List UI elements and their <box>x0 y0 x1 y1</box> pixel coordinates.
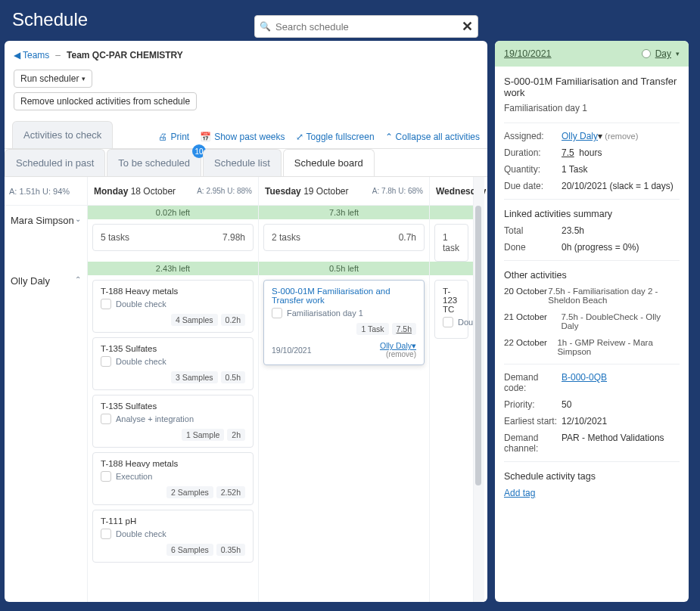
chip-samples: 4 Samples <box>171 314 218 326</box>
task-card[interactable]: T-135 SulfatesDouble check3 Samples0.5h <box>92 337 254 390</box>
day-date: 19 October <box>303 186 348 197</box>
checkbox[interactable] <box>443 317 453 327</box>
chip-tasks: 1 Task <box>356 323 388 335</box>
back-arrow-icon: ◀ <box>14 50 20 60</box>
detail-panel: 19/10/2021 Day▾ S-000-01M Familiarisatio… <box>495 41 689 602</box>
tab-scheduled-in-past[interactable]: Scheduled in past <box>5 149 105 176</box>
day-stats: A: 7.8h U: 68% <box>372 187 423 195</box>
tab-schedule-list[interactable]: Schedule list <box>203 149 282 176</box>
chevron-up-icon: ⌃ <box>75 275 81 284</box>
label-demand-code: Demand code: <box>504 372 562 393</box>
checkbox[interactable] <box>272 308 282 318</box>
label-due: Due date: <box>504 181 562 191</box>
checkbox[interactable] <box>101 299 111 309</box>
label-priority: Priority: <box>504 399 562 410</box>
caret-down-icon: ▾ <box>82 75 86 82</box>
remove-link[interactable]: (remove) <box>380 350 416 358</box>
detail-subtitle: Familiarisation day 1 <box>504 103 680 113</box>
main-panel: ◀ Teams – Team QC-PAR CHEMISTRY 🔍 ✕ Run … <box>5 41 487 602</box>
breadcrumb-team: Team QC-PAR CHEMISTRY <box>67 50 183 60</box>
breadcrumb-teams-link[interactable]: ◀ Teams <box>14 50 49 60</box>
chip-hours: 0.5h <box>221 371 245 383</box>
remove-assignee-link[interactable]: (remove) <box>605 132 638 141</box>
person-olly[interactable]: Olly Daly⌃ <box>5 266 87 296</box>
task-card[interactable]: T-188 Heavy metalsExecution2 Samples2.52… <box>92 452 254 505</box>
breadcrumb: ◀ Teams – Team QC-PAR CHEMISTRY <box>5 41 487 67</box>
task-title: T-188 Heavy metals <box>101 287 245 296</box>
chip-hours: 7.5h <box>392 323 416 335</box>
summary-card[interactable]: 1 task <box>434 224 468 262</box>
summary-card[interactable]: 2 tasks0.7h <box>263 224 425 251</box>
task-title: T-111 pH <box>101 516 245 526</box>
linked-activities-heading: Linked activities summary <box>504 209 680 219</box>
person-column-stats: A: 1.51h U: 94% <box>5 177 87 206</box>
checkbox[interactable] <box>101 414 111 424</box>
add-tag-link[interactable]: Add tag <box>504 488 535 498</box>
collapse-all-link[interactable]: ⌃Collapse all activities <box>385 132 480 142</box>
other-activity-row: 22 October1h - GMP Reivew - Mara Simpson <box>504 338 680 356</box>
task-title: T-123 TC <box>443 287 460 314</box>
hours-left-bar: 0.02h left <box>88 206 258 219</box>
chevron-up-icon: ⌃ <box>385 132 393 142</box>
task-card[interactable]: T-135 SulfatesAnalyse + integration1 Sam… <box>92 395 254 448</box>
chip-samples: 6 Samples <box>166 544 213 556</box>
remove-unlocked-button[interactable]: Remove unlocked activities from schedule <box>14 92 197 110</box>
assignee-link[interactable]: Olly Daly▾ <box>380 341 416 350</box>
label-duration: Duration: <box>504 147 562 158</box>
task-card[interactable]: T-111 pHDouble check6 Samples0.35h <box>92 510 254 563</box>
summary-card[interactable]: 5 tasks7.98h <box>92 224 254 251</box>
radio-icon <box>642 49 651 58</box>
label-demand-channel: Demand channel: <box>504 433 562 454</box>
task-card-selected[interactable]: S-000-01M Familiarisation and Transfer w… <box>263 280 425 365</box>
chip-hours: 2.52h <box>216 486 245 498</box>
tabs: Activities to check <box>12 121 113 148</box>
task-card[interactable]: T-188 Heavy metalsDouble check4 Samples0… <box>92 280 254 333</box>
breadcrumb-sep: – <box>55 50 61 60</box>
hours-left-bar: 0.5h left <box>259 262 429 275</box>
detail-title: S-000-01M Familiarisation and Transfer w… <box>504 76 680 98</box>
checkbox[interactable] <box>101 529 111 539</box>
chip-hours: 0.35h <box>216 544 245 556</box>
label-quantity: Quantity: <box>504 164 562 175</box>
task-card[interactable]: T-123 TC Dou <box>434 280 468 339</box>
calendar-icon: 📅 <box>200 132 211 142</box>
task-title: T-188 Heavy metals <box>101 459 245 468</box>
label-done: Done <box>504 242 562 253</box>
scroll-thumb[interactable] <box>475 206 481 485</box>
assigned-link[interactable]: Olly Daly <box>562 131 598 141</box>
checkbox[interactable] <box>101 356 111 367</box>
chip-samples: 3 Samples <box>171 371 218 383</box>
run-scheduler-button[interactable]: Run scheduler▾ <box>14 70 92 88</box>
tab-to-be-scheduled[interactable]: To be scheduled 10 <box>107 149 201 176</box>
chevron-down-icon: ⌄ <box>75 215 81 223</box>
task-title[interactable]: S-000-01M Familiarisation and Transfer w… <box>272 287 416 305</box>
hours-left-bar <box>430 262 473 275</box>
hours-left-bar <box>430 206 473 219</box>
label-earliest-start: Earliest start: <box>504 416 562 426</box>
checkbox[interactable] <box>101 471 111 482</box>
print-link[interactable]: 🖨Print <box>158 132 189 142</box>
task-title: T-135 Sulfates <box>101 344 245 353</box>
hours-left-bar: 7.3h left <box>259 206 429 219</box>
label-total: Total <box>504 225 562 236</box>
hours-left-bar: 2.43h left <box>88 262 258 275</box>
chip-hours: 2h <box>227 429 245 441</box>
day-stats: A: 2.95h U: 88% <box>197 187 252 195</box>
chip-samples: 1 Sample <box>182 429 224 441</box>
label-assigned: Assigned: <box>504 131 562 141</box>
day-label: Tuesday <box>265 186 301 197</box>
tags-heading: Schedule activity tags <box>504 471 680 482</box>
tab-activities-to-check[interactable]: Activities to check <box>12 121 113 148</box>
show-past-weeks-link[interactable]: 📅Show past weeks <box>200 132 285 142</box>
task-title: T-135 Sulfates <box>101 402 245 411</box>
demand-code-link[interactable]: B-000-0QB <box>562 372 607 383</box>
tab-schedule-board[interactable]: Schedule board <box>283 149 375 176</box>
expand-icon: ⤢ <box>296 132 303 142</box>
other-activities-heading: Other activities <box>504 270 680 281</box>
person-mara[interactable]: Mara Simpson⌄ <box>5 206 87 266</box>
day-label: Monday <box>94 186 128 197</box>
day-toggle[interactable]: Day▾ <box>642 48 680 59</box>
scrollbar[interactable] <box>474 177 484 602</box>
toggle-fullscreen-link[interactable]: ⤢Toggle fullscreen <box>296 132 375 142</box>
detail-date-link[interactable]: 19/10/2021 <box>504 48 552 59</box>
